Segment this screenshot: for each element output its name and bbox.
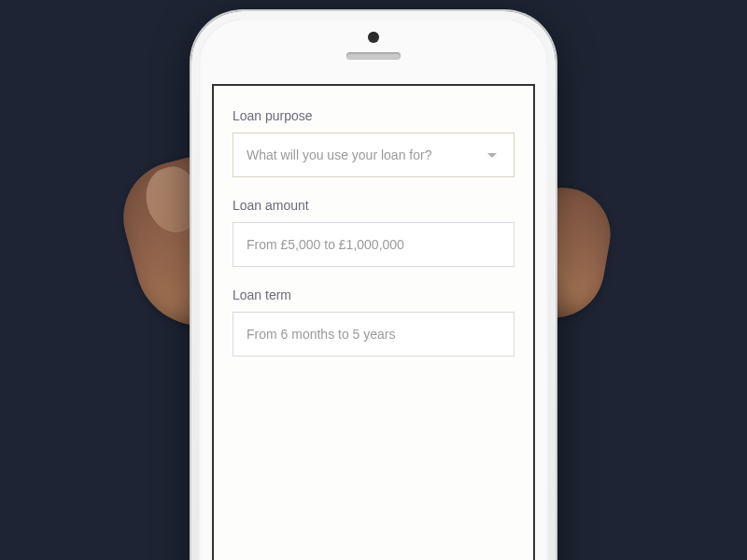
phone-camera: [368, 32, 379, 43]
phone-screen: Loan purpose What will you use your loan…: [212, 84, 535, 560]
loan-term-input[interactable]: From 6 months to 5 years: [233, 312, 514, 357]
phone-in-hand: Loan purpose What will you use your loan…: [191, 11, 556, 560]
phone-speaker: [346, 52, 401, 60]
phone-device: Loan purpose What will you use your loan…: [191, 11, 556, 560]
loan-purpose-group: Loan purpose What will you use your loan…: [233, 108, 514, 177]
loan-purpose-placeholder: What will you use your loan for?: [247, 147, 431, 162]
loan-term-group: Loan term From 6 months to 5 years: [233, 287, 514, 357]
loan-amount-input[interactable]: From £5,000 to £1,000,000: [233, 222, 514, 267]
loan-term-placeholder: From 6 months to 5 years: [247, 327, 396, 342]
loan-amount-label: Loan amount: [233, 198, 514, 213]
loan-amount-group: Loan amount From £5,000 to £1,000,000: [233, 198, 514, 267]
loan-amount-placeholder: From £5,000 to £1,000,000: [247, 237, 404, 252]
loan-purpose-label: Loan purpose: [233, 108, 514, 123]
loan-form: Loan purpose What will you use your loan…: [214, 86, 533, 399]
chevron-down-icon: [487, 153, 497, 158]
loan-term-label: Loan term: [233, 287, 514, 302]
loan-purpose-select[interactable]: What will you use your loan for?: [233, 133, 514, 177]
